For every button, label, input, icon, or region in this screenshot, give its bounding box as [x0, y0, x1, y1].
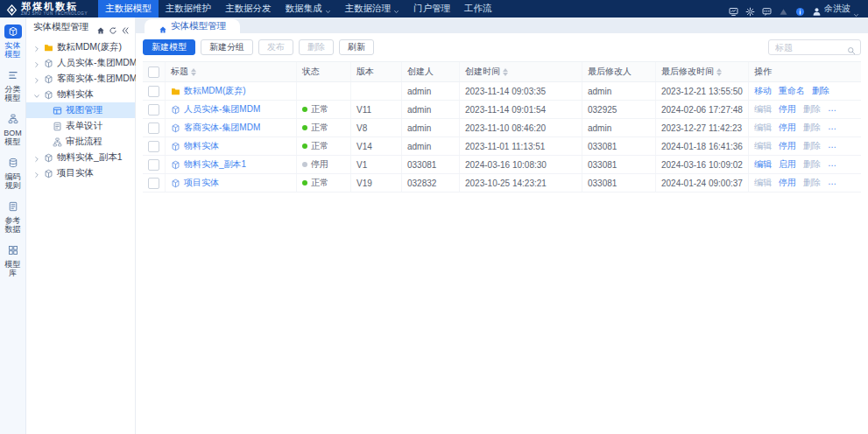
action-more[interactable]: … — [828, 140, 836, 152]
action-link[interactable]: 重命名 — [779, 85, 805, 97]
title-cell: 数耘MDM(废弃) — [166, 82, 297, 100]
model-title-link[interactable]: 人员实体-集团MDM — [171, 103, 260, 116]
module-item[interactable]: 编码规则 — [4, 156, 23, 190]
module-item-label: 分类模型 — [4, 85, 23, 102]
table-row: 物料实体正常V14admin2023-11-01 11:13:510330812… — [143, 137, 861, 156]
message-icon[interactable] — [762, 4, 772, 14]
module-item[interactable]: 模型库 — [4, 243, 23, 277]
title-cell: 项目实体 — [166, 174, 297, 192]
content-card: 新建模型新建分组发布删除刷新 标题状态版本创建人创建时间最后修改人最后修改时间操… — [136, 33, 868, 434]
action-link[interactable]: 删除 — [803, 103, 821, 116]
action-link[interactable]: 编辑 — [754, 103, 772, 116]
row-checkbox[interactable] — [148, 178, 159, 189]
tree-item[interactable]: 视图管理 — [26, 102, 135, 118]
triangle-icon[interactable] — [779, 4, 788, 14]
toolbar-button[interactable]: 新建模型 — [143, 39, 195, 55]
action-link[interactable]: 删除 — [803, 140, 821, 152]
chevron-down-icon[interactable] — [33, 91, 40, 98]
chevron-right-icon[interactable] — [33, 44, 40, 51]
tree-item[interactable]: 项目实体 — [26, 165, 135, 181]
row-checkbox[interactable] — [148, 122, 159, 134]
action-link[interactable]: 编辑 — [754, 140, 772, 152]
tree-item[interactable]: 物料实体_副本1 — [26, 150, 135, 165]
collapse-icon[interactable] — [121, 23, 130, 32]
action-more[interactable]: … — [828, 122, 836, 134]
model-title-link[interactable]: 物料实体 — [171, 140, 219, 152]
gear-icon[interactable] — [745, 4, 755, 14]
action-link[interactable]: 编辑 — [754, 122, 772, 134]
select-all-checkbox[interactable] — [148, 66, 159, 78]
tree-item[interactable]: 物料实体 — [26, 87, 135, 102]
refresh-icon[interactable] — [109, 23, 117, 32]
toolbar-button[interactable]: 刷新 — [339, 39, 374, 55]
tree-item[interactable]: 表单设计 — [26, 118, 135, 134]
modifier-cell: admin — [582, 119, 656, 136]
action-link[interactable]: 删除 — [803, 158, 821, 171]
home-icon[interactable] — [96, 23, 105, 32]
model-title-link[interactable]: 客商实体-集团MDM — [171, 122, 260, 134]
module-item[interactable]: 分类模型 — [4, 68, 23, 102]
action-more[interactable]: … — [828, 103, 836, 116]
action-link[interactable]: 编辑 — [754, 177, 772, 189]
sort-icon[interactable] — [716, 68, 722, 76]
action-more[interactable]: … — [828, 158, 836, 171]
tree-item[interactable]: 客商实体-集团MDM — [26, 71, 135, 87]
model-title-link[interactable]: 数耘MDM(废弃) — [171, 85, 246, 97]
chevron-right-icon[interactable] — [33, 154, 40, 161]
table-row: 人员实体-集团MDM正常V11admin2023-11-14 09:01:540… — [143, 101, 861, 119]
nav-item-label: 主数据模型 — [105, 3, 152, 15]
nav-item[interactable]: 工作流 — [457, 0, 499, 18]
info-icon[interactable] — [795, 4, 805, 14]
monitor-icon[interactable] — [729, 4, 738, 14]
status-label: 停用 — [311, 158, 328, 171]
action-link[interactable]: 删除 — [812, 85, 829, 97]
model-title-link[interactable]: 项目实体 — [171, 177, 219, 189]
nav-item[interactable]: 主数据治理 — [338, 0, 407, 18]
search-input[interactable] — [773, 42, 847, 53]
action-link[interactable]: 停用 — [779, 103, 796, 116]
row-checkbox[interactable] — [148, 104, 159, 116]
action-link[interactable]: 启用 — [779, 158, 796, 171]
action-link[interactable]: 编辑 — [754, 158, 772, 171]
tree-item[interactable]: 数耘MDM(废弃) — [26, 39, 135, 55]
module-item[interactable]: 参考数据 — [4, 200, 23, 234]
table-header-cell: 状态 — [297, 62, 351, 81]
chevron-right-icon[interactable] — [33, 60, 40, 66]
action-more[interactable]: … — [828, 177, 836, 189]
nav-item[interactable]: 主数据维护 — [159, 0, 219, 18]
search-icon[interactable] — [847, 43, 856, 52]
module-item[interactable]: 实体模型 — [4, 24, 23, 59]
tab-entity-model-management[interactable]: 实体模型管理 — [145, 19, 240, 33]
chevron-right-icon[interactable] — [33, 75, 40, 82]
toolbar-button[interactable]: 新建分组 — [201, 39, 253, 55]
action-link[interactable]: 停用 — [779, 140, 796, 152]
column-label: 状态 — [302, 66, 320, 78]
toolbar: 新建模型新建分组发布删除刷新 — [143, 38, 861, 57]
status-badge: 停用 — [302, 158, 328, 171]
sort-icon[interactable] — [503, 68, 508, 76]
chevron-right-icon[interactable] — [33, 170, 40, 177]
model-title-link[interactable]: 物料实体_副本1 — [171, 158, 246, 171]
action-link[interactable]: 移动 — [754, 85, 772, 97]
row-checkbox[interactable] — [148, 86, 159, 97]
user-menu[interactable]: 余洪波 — [812, 3, 859, 15]
row-checkbox[interactable] — [148, 159, 159, 171]
nav-item[interactable]: 主数据模型 — [98, 0, 159, 18]
tree-item[interactable]: 人员实体-集团MDM — [26, 55, 135, 71]
action-link[interactable]: 停用 — [779, 177, 796, 189]
action-link[interactable]: 停用 — [779, 122, 796, 134]
action-link[interactable]: 删除 — [803, 177, 821, 189]
created-at-cell: 2023-11-14 09:03:35 — [460, 82, 582, 100]
sort-icon[interactable] — [191, 68, 196, 76]
module-item[interactable]: BOM模型 — [4, 112, 23, 146]
nav-item[interactable]: 主数据分发 — [218, 0, 279, 18]
action-link[interactable]: 删除 — [803, 122, 821, 134]
created-at-cell: 2023-11-14 09:01:54 — [460, 101, 582, 118]
flow-icon — [53, 137, 62, 147]
entity-icon — [44, 74, 53, 84]
row-checkbox[interactable] — [148, 141, 159, 152]
nav-item[interactable]: 数据集成 — [279, 0, 338, 18]
version-cell: V8 — [351, 119, 402, 136]
nav-item[interactable]: 门户管理 — [406, 0, 457, 18]
tree-item[interactable]: 审批流程 — [26, 134, 135, 150]
